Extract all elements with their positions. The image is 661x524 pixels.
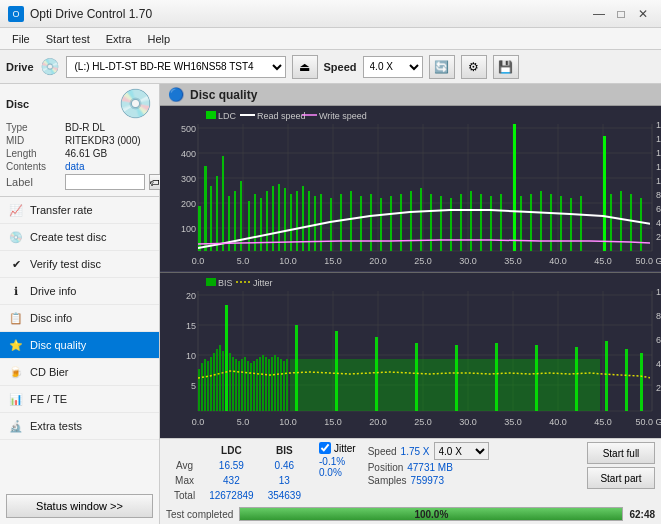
nav-verify-test-disc[interactable]: ✔ Verify test disc bbox=[0, 251, 159, 278]
svg-text:6X: 6X bbox=[656, 204, 661, 214]
nav-transfer-rate-label: Transfer rate bbox=[30, 204, 93, 216]
disc-mid-label: MID bbox=[6, 135, 61, 146]
svg-rect-76 bbox=[550, 194, 552, 251]
quality-header-icon: 🔵 bbox=[168, 87, 184, 102]
nav-disc-quality-label: Disc quality bbox=[30, 339, 86, 351]
drive-toolbar: Drive 💿 (L:) HL-DT-ST BD-RE WH16NS58 TST… bbox=[0, 50, 661, 84]
samples-val: 759973 bbox=[411, 475, 444, 486]
svg-text:2%: 2% bbox=[656, 383, 661, 393]
nav-extra-tests[interactable]: 🔬 Extra tests bbox=[0, 413, 159, 440]
svg-rect-149 bbox=[259, 357, 261, 411]
svg-rect-129 bbox=[198, 369, 200, 411]
nav-list: 📈 Transfer rate 💿 Create test disc ✔ Ver… bbox=[0, 197, 159, 488]
settings-button[interactable]: ⚙ bbox=[461, 55, 487, 79]
minimize-button[interactable]: — bbox=[589, 6, 609, 22]
svg-rect-132 bbox=[207, 361, 209, 411]
nav-disc-quality[interactable]: ⭐ Disc quality bbox=[0, 332, 159, 359]
nav-cd-bier[interactable]: 🍺 CD Bier bbox=[0, 359, 159, 386]
jitter-max: 0.0% bbox=[319, 467, 356, 478]
disc-type-row: Type BD-R DL bbox=[6, 122, 153, 133]
disc-length-row: Length 46.61 GB bbox=[6, 148, 153, 159]
disc-mid-value: RITEKDR3 (000) bbox=[65, 135, 141, 146]
status-window-button[interactable]: Status window >> bbox=[6, 494, 153, 518]
svg-rect-158 bbox=[286, 359, 288, 411]
speed-stat-select[interactable]: 4.0 X bbox=[434, 442, 489, 460]
svg-text:10.0: 10.0 bbox=[279, 417, 297, 427]
nav-drive-info[interactable]: ℹ Drive info bbox=[0, 278, 159, 305]
disc-length-label: Length bbox=[6, 148, 61, 159]
chart1-wrapper: 500 400 300 200 100 18X 16X 14X 12X 10X … bbox=[160, 106, 661, 273]
menu-help[interactable]: Help bbox=[139, 31, 178, 47]
svg-text:10: 10 bbox=[186, 351, 196, 361]
menu-start-test[interactable]: Start test bbox=[38, 31, 98, 47]
svg-rect-55 bbox=[340, 194, 342, 251]
disc-length-value: 46.61 GB bbox=[65, 148, 107, 159]
quality-header: 🔵 Disc quality bbox=[160, 84, 661, 106]
stats-row: LDC BIS Avg 16.59 0.46 Max 432 13 Tota bbox=[166, 442, 655, 504]
maximize-button[interactable]: □ bbox=[611, 6, 631, 22]
jitter-checkbox[interactable] bbox=[319, 442, 331, 454]
nav-create-test-disc[interactable]: 💿 Create test disc bbox=[0, 224, 159, 251]
svg-rect-145 bbox=[247, 361, 249, 411]
svg-rect-139 bbox=[229, 353, 231, 411]
nav-transfer-rate[interactable]: 📈 Transfer rate bbox=[0, 197, 159, 224]
close-button[interactable]: ✕ bbox=[633, 6, 653, 22]
svg-rect-37 bbox=[222, 156, 224, 251]
svg-text:8X: 8X bbox=[656, 190, 661, 200]
svg-rect-46 bbox=[278, 184, 280, 251]
disc-label-input[interactable] bbox=[65, 174, 145, 190]
drive-select[interactable]: (L:) HL-DT-ST BD-RE WH16NS58 TST4 bbox=[66, 56, 286, 78]
charts-container: 500 400 300 200 100 18X 16X 14X 12X 10X … bbox=[160, 106, 661, 438]
drive-icon: 💿 bbox=[40, 57, 60, 76]
nav-fe-te[interactable]: 📊 FE / TE bbox=[0, 386, 159, 413]
svg-text:400: 400 bbox=[181, 149, 196, 159]
svg-rect-79 bbox=[580, 196, 582, 251]
svg-rect-142 bbox=[238, 361, 240, 411]
jitter-section: Jitter -0.1% 0.0% bbox=[319, 442, 356, 478]
svg-rect-96 bbox=[206, 111, 216, 119]
svg-rect-74 bbox=[530, 194, 532, 251]
svg-rect-163 bbox=[415, 343, 418, 411]
svg-text:5.0: 5.0 bbox=[237, 256, 250, 266]
svg-rect-130 bbox=[201, 363, 203, 411]
svg-text:20.0: 20.0 bbox=[369, 417, 387, 427]
verify-disc-icon: ✔ bbox=[8, 256, 24, 272]
svg-rect-75 bbox=[540, 191, 542, 251]
nav-disc-info[interactable]: 📋 Disc info bbox=[0, 305, 159, 332]
svg-text:100: 100 bbox=[181, 224, 196, 234]
disc-label-row: Label 🏷 bbox=[6, 174, 153, 190]
svg-text:LDC: LDC bbox=[218, 111, 237, 121]
save-button[interactable]: 💾 bbox=[493, 55, 519, 79]
disc-panel: Disc 💿 Type BD-R DL MID RITEKDR3 (000) L… bbox=[0, 84, 159, 197]
svg-rect-167 bbox=[575, 347, 578, 411]
svg-text:15.0: 15.0 bbox=[324, 256, 342, 266]
start-part-button[interactable]: Start part bbox=[587, 467, 655, 489]
svg-rect-143 bbox=[241, 359, 243, 411]
svg-rect-152 bbox=[268, 359, 270, 411]
speed-stat-label: Speed bbox=[368, 446, 397, 457]
svg-rect-162 bbox=[375, 337, 378, 411]
svg-text:10.0: 10.0 bbox=[279, 256, 297, 266]
eject-button[interactable]: ⏏ bbox=[292, 55, 318, 79]
svg-text:10%: 10% bbox=[656, 287, 661, 297]
svg-rect-134 bbox=[213, 353, 215, 411]
svg-rect-102 bbox=[160, 273, 661, 439]
menu-file[interactable]: File bbox=[4, 31, 38, 47]
svg-rect-182 bbox=[206, 278, 216, 286]
svg-text:20: 20 bbox=[186, 291, 196, 301]
start-full-button[interactable]: Start full bbox=[587, 442, 655, 464]
disc-type-value: BD-R DL bbox=[65, 122, 105, 133]
speed-section: Speed 1.75 X 4.0 X Position 47731 MB Sam… bbox=[368, 442, 489, 486]
nav-fe-te-label: FE / TE bbox=[30, 393, 67, 405]
svg-rect-154 bbox=[274, 355, 276, 411]
nav-extra-tests-label: Extra tests bbox=[30, 420, 82, 432]
svg-rect-164 bbox=[455, 345, 458, 411]
svg-text:14X: 14X bbox=[656, 148, 661, 158]
refresh-button[interactable]: 🔄 bbox=[429, 55, 455, 79]
svg-text:4X: 4X bbox=[656, 218, 661, 228]
disc-thumbnail: 💿 bbox=[118, 90, 153, 118]
svg-text:6%: 6% bbox=[656, 335, 661, 345]
speed-select[interactable]: 4.0 X 2.0 X 1.0 X bbox=[363, 56, 423, 78]
menu-extra[interactable]: Extra bbox=[98, 31, 140, 47]
disc-type-label: Type bbox=[6, 122, 61, 133]
